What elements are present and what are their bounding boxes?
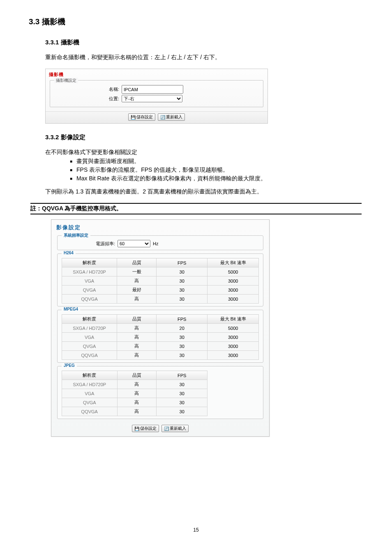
col-resolution: 解析度 [62, 258, 117, 267]
image-panel-title: 影像設定 [51, 220, 269, 233]
save-button[interactable]: 💾儲存設定 [128, 113, 155, 121]
subsection-332-list: 畫質與畫面清晰度相關。 FPS 表示影像的流暢度。FPS 的值越大，影像呈現越順… [53, 158, 367, 182]
frequency-group: 系統頻率設定 電源頻率: 60 Hz [57, 235, 263, 250]
section-title: 3.3 攝影機 [29, 16, 367, 27]
refresh-icon: 🔄 [164, 426, 169, 431]
h264-group: H264 解析度 品質 FPS 最大 Bit 速率 SXGA / HD720P一… [57, 253, 263, 306]
table-row: SXGA / HD720P一般305000 [62, 267, 259, 276]
disk-icon: 💾 [134, 426, 139, 431]
col-bitrate: 最大 Bit 速率 [208, 258, 259, 267]
frequency-label: 電源頻率: [62, 241, 118, 247]
frequency-unit: Hz [153, 241, 158, 246]
save-button-label: 儲存設定 [136, 115, 153, 119]
table-row: QQVGA高30 [62, 407, 208, 416]
table-row: VGA高303000 [62, 333, 259, 342]
camera-fieldset-legend: 攝影機設定 [54, 78, 78, 83]
camera-position-select[interactable]: 下-右 [122, 95, 182, 102]
table-row: QVGA最好303000 [62, 286, 259, 295]
h264-group-label: H264 [62, 251, 76, 255]
col-fps: FPS [156, 315, 208, 324]
frequency-select[interactable]: 60 [118, 240, 150, 247]
reload-button[interactable]: 🔄重新載入 [158, 113, 185, 121]
camera-settings-panel: 攝影機 攝影機設定 名稱: 位置: 下-右 💾儲存設定 🔄重新載入 [45, 69, 268, 124]
table-row: QVGA高303000 [62, 342, 259, 351]
subsection-332-title: 3.3.2 影像設定 [45, 134, 367, 141]
col-quality: 品質 [117, 315, 157, 324]
mpeg4-group-label: MPEG4 [62, 307, 80, 311]
camera-name-input[interactable] [122, 85, 183, 94]
table-row: VGA高30 [62, 389, 208, 398]
note-box: 註：QQVGA 為手機監控專用格式。 [30, 203, 362, 214]
camera-panel-title: 攝影機 [46, 69, 267, 78]
reload-button-label: 重新載入 [170, 426, 186, 431]
list-item: 畫質與畫面清晰度相關。 [70, 158, 367, 165]
subsection-331-paragraph: 重新命名攝影機，和變更顯示名稱的位置：左上 / 右上 / 左下 / 右下。 [45, 54, 367, 61]
col-bitrate: 最大 Bit 速率 [208, 315, 259, 324]
col-fps: FPS [157, 371, 208, 380]
col-fps: FPS [156, 258, 208, 267]
subsection-332-paragraph: 在不同影像格式下變更影像相關設定 [45, 149, 367, 156]
table-row: VGA高303000 [62, 276, 259, 286]
reload-button-label: 重新載入 [166, 115, 182, 119]
list-item: Max Bit Rate 表示在選定的影像格式和像素內，資料所能傳輸的最大限度。 [70, 175, 367, 182]
disk-icon: 💾 [131, 115, 136, 120]
mpeg4-table: 解析度 品質 FPS 最大 Bit 速率 SXGA / HD720P高20500… [62, 314, 259, 360]
save-button[interactable]: 💾儲存設定 [132, 425, 159, 432]
image-settings-panel: 影像設定 系統頻率設定 電源頻率: 60 Hz H264 解析度 品質 FPS … [51, 219, 270, 437]
note-prefix: 註： [30, 205, 42, 212]
subsection-331-title: 3.3.1 攝影機 [45, 39, 367, 46]
table-row: QVGA高30 [62, 398, 208, 407]
jpeg-group: JPEG 解析度 品質 FPS SXGA / HD720P高30 VGA高30 … [57, 366, 263, 419]
page-number: 15 [25, 527, 367, 533]
subsection-332-example: 下例顯示為 1.3 百萬畫素機種的畫面。2 百萬畫素機種的顯示畫面請依實際畫面為… [45, 188, 367, 196]
image-panel-buttons: 💾儲存設定 🔄重新載入 [51, 422, 269, 436]
reload-button[interactable]: 🔄重新載入 [161, 425, 189, 432]
col-quality: 品質 [117, 258, 157, 267]
camera-name-label: 名稱: [53, 86, 122, 92]
camera-panel-buttons: 💾儲存設定 🔄重新載入 [46, 111, 267, 123]
table-row: QQVGA高303000 [62, 295, 259, 304]
refresh-icon: 🔄 [160, 115, 165, 120]
note-text: QQVGA 為手機監控專用格式。 [42, 205, 122, 212]
jpeg-table: 解析度 品質 FPS SXGA / HD720P高30 VGA高30 QVGA高… [62, 371, 208, 416]
mpeg4-group: MPEG4 解析度 品質 FPS 最大 Bit 速率 SXGA / HD720P… [57, 310, 263, 363]
jpeg-group-label: JPEG [62, 363, 77, 368]
col-quality: 品質 [117, 371, 157, 380]
save-button-label: 儲存設定 [140, 426, 157, 431]
list-item: FPS 表示影像的流暢度。FPS 的值越大，影像呈現越順暢。 [70, 166, 367, 174]
col-resolution: 解析度 [62, 315, 117, 324]
table-row: QQVGA高303000 [62, 351, 259, 360]
table-row: SXGA / HD720P高205000 [62, 324, 259, 333]
frequency-group-label: 系統頻率設定 [62, 233, 90, 238]
h264-table: 解析度 品質 FPS 最大 Bit 速率 SXGA / HD720P一般3050… [62, 258, 259, 304]
camera-fieldset: 攝影機設定 名稱: 位置: 下-右 [50, 80, 263, 107]
table-row: SXGA / HD720P高30 [62, 380, 208, 389]
col-resolution: 解析度 [62, 371, 118, 380]
camera-position-label: 位置: [53, 96, 122, 102]
